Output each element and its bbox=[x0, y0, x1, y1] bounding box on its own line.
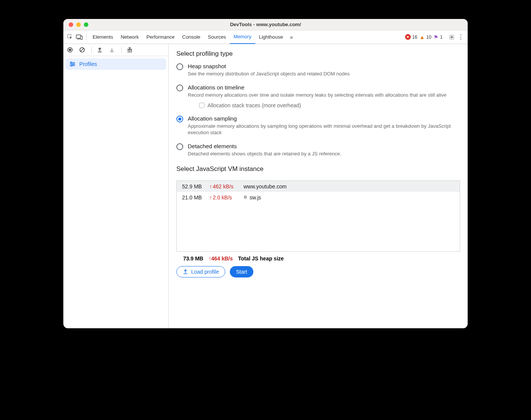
tab-network[interactable]: Network bbox=[117, 30, 143, 44]
more-tabs-icon[interactable]: » bbox=[287, 33, 296, 42]
tab-elements[interactable]: Elements bbox=[89, 30, 117, 44]
svg-point-10 bbox=[71, 65, 72, 66]
upload-icon[interactable] bbox=[97, 47, 104, 53]
sidebar-toolbar bbox=[63, 44, 168, 56]
radio-detached-elements[interactable] bbox=[176, 143, 183, 150]
vm-row[interactable]: 52.9 MB ↑462 kB/s www.youtube.com bbox=[177, 181, 460, 192]
sub-checkbox-stack-traces[interactable]: Allocation stack traces (more overhead) bbox=[199, 102, 446, 108]
option-allocation-sampling[interactable]: Allocation sampling Approximate memory a… bbox=[176, 115, 460, 136]
option-allocations-timeline[interactable]: Allocations on timeline Record memory al… bbox=[176, 84, 460, 108]
svg-point-9 bbox=[73, 63, 74, 65]
gear-icon: ⚙ bbox=[244, 195, 247, 200]
checkbox-icon[interactable] bbox=[199, 103, 204, 108]
clear-icon[interactable] bbox=[79, 47, 86, 53]
tab-console[interactable]: Console bbox=[178, 30, 204, 44]
option-label: Allocation sampling bbox=[188, 115, 460, 122]
issues-counter[interactable]: ⚑ 1 bbox=[434, 34, 445, 40]
sliders-icon bbox=[69, 61, 75, 67]
settings-icon[interactable] bbox=[449, 34, 455, 40]
option-detached-elements[interactable]: Detached elements Detached elements show… bbox=[176, 143, 460, 157]
start-button[interactable]: Start bbox=[230, 266, 253, 277]
arrow-up-icon: ↑ bbox=[209, 183, 212, 190]
titlebar: DevTools - www.youtube.com/ bbox=[63, 19, 468, 30]
vm-name: www.youtube.com bbox=[244, 183, 287, 190]
load-profile-button[interactable]: Load profile bbox=[176, 266, 225, 277]
maximize-button[interactable] bbox=[84, 22, 88, 27]
total-heap-row: 73.9 MB ↑464 kB/s Total JS heap size bbox=[176, 252, 460, 262]
option-desc: Approximate memory allocations by sampli… bbox=[188, 123, 460, 136]
record-icon[interactable] bbox=[67, 47, 74, 53]
button-label: Start bbox=[236, 269, 247, 275]
upload-icon bbox=[183, 269, 188, 274]
separator bbox=[86, 34, 86, 41]
tab-memory[interactable]: Memory bbox=[230, 30, 255, 44]
error-counter[interactable]: ✕ 16 bbox=[405, 34, 419, 40]
devtools-window: DevTools - www.youtube.com/ Elements Net… bbox=[63, 19, 468, 328]
tab-sources[interactable]: Sources bbox=[204, 30, 230, 44]
option-label: Detached elements bbox=[188, 143, 341, 149]
window-title: DevTools - www.youtube.com/ bbox=[230, 22, 301, 27]
traffic-lights bbox=[69, 22, 88, 27]
total-size: 73.9 MB bbox=[183, 255, 203, 262]
tab-performance[interactable]: Performance bbox=[143, 30, 178, 44]
inspect-icon[interactable] bbox=[66, 33, 75, 42]
separator bbox=[121, 47, 122, 53]
vm-size: 52.9 MB bbox=[182, 183, 209, 190]
svg-point-5 bbox=[69, 49, 71, 51]
svg-point-8 bbox=[71, 62, 72, 63]
option-heap-snapshot[interactable]: Heap snapshot See the memory distributio… bbox=[176, 63, 460, 77]
vm-size: 21.0 MB bbox=[182, 194, 209, 201]
vm-instance-table: 52.9 MB ↑462 kB/s www.youtube.com 21.0 M… bbox=[176, 180, 460, 252]
radio-heap-snapshot[interactable] bbox=[176, 63, 183, 70]
sidebar: Profiles bbox=[63, 44, 169, 328]
option-label: Allocations on timeline bbox=[188, 84, 446, 91]
vm-row[interactable]: 21.0 MB ↑2.0 kB/s ⚙ sw.js bbox=[177, 192, 460, 203]
arrow-up-icon: ↑ bbox=[209, 255, 211, 262]
radio-allocation-sampling[interactable] bbox=[176, 116, 183, 122]
profiling-type-header: Select profiling type bbox=[176, 50, 460, 58]
vm-instance-header: Select JavaScript VM instance bbox=[176, 165, 460, 173]
tab-lighthouse[interactable]: Lighthouse bbox=[255, 30, 287, 44]
svg-point-3 bbox=[451, 36, 452, 38]
error-icon: ✕ bbox=[405, 34, 411, 40]
button-label: Load profile bbox=[191, 269, 219, 275]
minimize-button[interactable] bbox=[76, 22, 81, 27]
device-toggle-icon[interactable] bbox=[75, 33, 84, 42]
svg-rect-2 bbox=[80, 36, 82, 39]
radio-allocations-timeline[interactable] bbox=[176, 85, 183, 91]
vm-name: ⚙ sw.js bbox=[244, 194, 261, 201]
total-label: Total JS heap size bbox=[238, 255, 284, 262]
sidebar-item-profiles[interactable]: Profiles bbox=[66, 58, 166, 70]
option-desc: See the memory distribution of JavaScrip… bbox=[188, 71, 350, 77]
sidebar-item-label: Profiles bbox=[79, 61, 97, 67]
arrow-up-icon: ↑ bbox=[209, 194, 212, 201]
issues-icon: ⚑ bbox=[434, 34, 438, 40]
action-buttons: Load profile Start bbox=[176, 262, 460, 277]
close-button[interactable] bbox=[69, 22, 73, 27]
separator bbox=[91, 47, 92, 53]
warning-icon: ▲ bbox=[419, 34, 425, 40]
warning-counter[interactable]: ▲ 10 bbox=[419, 34, 434, 40]
svg-line-7 bbox=[81, 49, 84, 52]
option-desc: Detached elements shows objects that are… bbox=[188, 151, 341, 157]
vm-rate: ↑2.0 kB/s bbox=[209, 194, 244, 201]
svg-rect-1 bbox=[76, 35, 81, 38]
sub-checkbox-label: Allocation stack traces (more overhead) bbox=[207, 102, 301, 108]
option-label: Heap snapshot bbox=[188, 63, 350, 69]
panel-tabs: Elements Network Performance Console Sou… bbox=[63, 30, 468, 44]
main-panel: Select profiling type Heap snapshot See … bbox=[169, 44, 468, 328]
option-desc: Record memory allocations over time and … bbox=[188, 92, 446, 99]
vm-rate: ↑462 kB/s bbox=[209, 183, 244, 190]
total-rate: ↑464 kB/s bbox=[209, 255, 233, 262]
kebab-menu-icon[interactable]: ⋮ bbox=[458, 33, 464, 41]
download-icon[interactable] bbox=[109, 47, 116, 53]
collect-garbage-icon[interactable] bbox=[127, 47, 134, 53]
content-area: Profiles Select profiling type Heap snap… bbox=[63, 44, 468, 328]
